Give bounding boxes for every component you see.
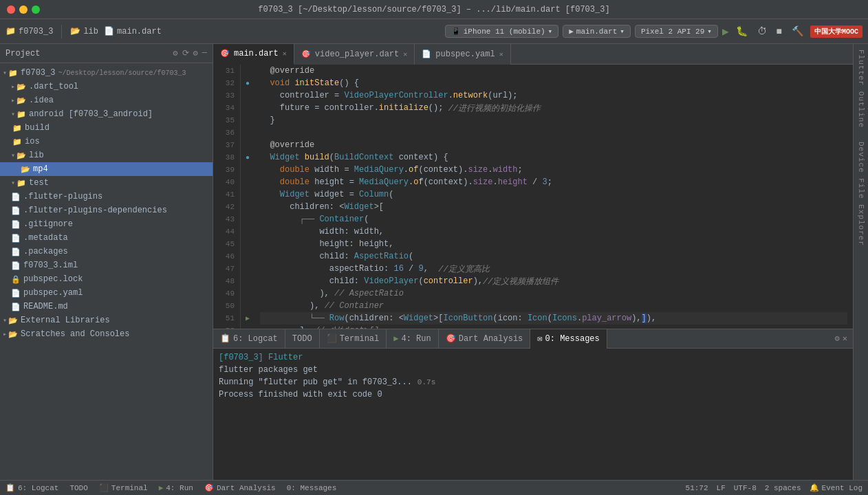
sidebar-item-idea[interactable]: ▸ 📂 .idea — [0, 94, 213, 107]
tab-close-button-2[interactable]: ✕ — [403, 50, 407, 58]
sidebar-item-iml[interactable]: 📄 f0703_3.iml — [0, 258, 213, 272]
tab-messages[interactable]: ✉ 0: Messages — [530, 329, 607, 349]
sidebar-item-gitignore[interactable]: 📄 .gitignore — [0, 217, 213, 231]
status-messages[interactable]: 0: Messages — [287, 484, 337, 492]
sidebar-item-ios[interactable]: 📁 ios — [0, 135, 213, 148]
tab-close-button[interactable]: ✕ — [283, 50, 287, 58]
messages-content: [f0703_3] Flutter flutter packages get R… — [213, 349, 853, 480]
tab-dart-analysis[interactable]: 🎯 Dart Analysis — [439, 329, 531, 349]
folder-icon: 📁 — [12, 138, 22, 146]
main-content: Project ⚙ ⟳ ⚙ ─ ▾ 📁 f0703_3 ~/Desktop/le… — [0, 44, 868, 480]
tab-dart-analysis-label: Dart Analysis — [459, 334, 523, 344]
flutter-outline-panel: Flutter Outline Device File Explorer — [853, 44, 868, 480]
tab-main-dart[interactable]: 🎯 main.dart ✕ — [213, 44, 294, 65]
chevron-down-icon: ▾ — [548, 27, 553, 36]
sidebar-item-external-libraries[interactable]: ▾ 📂 External Libraries — [0, 314, 213, 327]
status-event-log[interactable]: 🔔 Event Log — [810, 483, 862, 492]
close-button[interactable] — [7, 6, 15, 14]
tab-run[interactable]: ▶ 4: Run — [387, 329, 438, 349]
status-todo[interactable]: TODO — [69, 484, 87, 492]
profile-button[interactable]: ⏱ — [755, 25, 770, 38]
stop-button[interactable]: ■ — [774, 25, 785, 38]
code-content[interactable]: @override void initState() { controller … — [254, 65, 853, 329]
device-file-explorer-label[interactable]: Device File Explorer — [857, 142, 865, 246]
sidebar-item-mp4[interactable]: 📂 mp4 — [0, 162, 213, 176]
pixel-selector[interactable]: Pixel 2 API 29 ▾ — [635, 25, 718, 38]
device-selector[interactable]: 📱 iPhone 11 (mobile) ▾ — [445, 25, 558, 38]
bottom-panel: 📋 6: Logcat TODO ⬛ Terminal ▶ 4: Run 🎯 D… — [213, 329, 853, 480]
tab-logcat[interactable]: 📋 6: Logcat — [213, 329, 285, 349]
status-lf[interactable]: LF — [717, 483, 726, 492]
toolbar-project[interactable]: 📁 f0703_3 — [6, 26, 53, 36]
sidebar-item-readme[interactable]: 📄 README.md — [0, 300, 213, 314]
build-button[interactable]: 🔨 — [789, 24, 806, 38]
sidebar-item-pubspec-yaml[interactable]: 📄 pubspec.yaml — [0, 286, 213, 300]
sidebar-tree: ▾ 📁 f0703_3 ~/Desktop/lesson/source/f070… — [0, 63, 213, 480]
run-button[interactable]: ▶ — [722, 25, 729, 38]
sidebar-actions: ⚙ ⟳ ⚙ ─ — [173, 48, 207, 58]
sidebar-item-packages[interactable]: 📄 .packages — [0, 245, 213, 258]
status-logcat[interactable]: 📋 6: Logcat — [6, 483, 58, 492]
collapse-icon[interactable]: ─ — [202, 48, 207, 58]
sidebar-item-flutter-plugins-dep[interactable]: 📄 .flutter-plugins-dependencies — [0, 204, 213, 217]
sidebar-item-pubspec-lock[interactable]: 🔒 pubspec.lock — [0, 272, 213, 286]
sidebar-item-flutter-plugins[interactable]: 📄 .flutter-plugins — [0, 190, 213, 204]
code-line-48: child: VideoPlayer(controller),//定义视频播放组… — [260, 275, 847, 287]
status-line-col[interactable]: 51:72 — [686, 483, 708, 492]
chevron-down-icon-3: ▾ — [707, 27, 712, 36]
flutter-outline-label[interactable]: Flutter Outline — [857, 50, 865, 128]
tree-item-label: f0703_3 — [21, 68, 55, 78]
code-line-44: width: width, — [260, 226, 847, 238]
status-todo-label: TODO — [69, 484, 87, 492]
tab-video-player-dart[interactable]: 🎯 video_player.dart ✕ — [294, 44, 415, 65]
status-right: 51:72 LF UTF-8 2 spaces 🔔 Event Log — [686, 483, 862, 492]
sidebar-item-lib[interactable]: ▾ 📂 lib — [0, 148, 213, 162]
code-line-43: ┌── Container( — [260, 213, 847, 226]
status-terminal[interactable]: ⬛ Terminal — [99, 483, 148, 492]
sidebar-item-android[interactable]: ▾ 📁 android [f0703_3_android] — [0, 107, 213, 121]
bottom-tabs: 📋 6: Logcat TODO ⬛ Terminal ▶ 4: Run 🎯 D… — [213, 329, 853, 349]
code-editor[interactable]: 31 32 33 34 35 36 37 38 39 40 41 42 43 4… — [213, 65, 853, 329]
line-col-label: 51:72 — [686, 484, 708, 492]
toolbar-right: 📱 iPhone 11 (mobile) ▾ ▶ main.dart ▾ Pix… — [445, 24, 862, 38]
maximize-button[interactable] — [32, 6, 40, 14]
toolbar-lib[interactable]: 📂 lib — [70, 26, 98, 36]
tree-item-label: README.md — [23, 302, 68, 311]
window-controls[interactable] — [7, 6, 40, 14]
folder-icon: 📂 — [17, 151, 26, 160]
settings-icon[interactable]: ⚙ — [173, 48, 177, 58]
title-bar: f0703_3 [~/Desktop/lesson/source/f0703_3… — [0, 0, 868, 19]
tab-close-button-3[interactable]: ✕ — [499, 50, 503, 58]
status-spaces[interactable]: 2 spaces — [765, 483, 801, 492]
status-run[interactable]: ▶ 4: Run — [159, 483, 193, 492]
status-dart-analysis[interactable]: 🎯 Dart Analysis — [204, 483, 276, 492]
tab-bar: 🎯 main.dart ✕ 🎯 video_player.dart ✕ 📄 pu… — [213, 44, 853, 65]
sidebar-item-f0703_3[interactable]: ▾ 📁 f0703_3 ~/Desktop/lesson/source/f070… — [0, 66, 213, 80]
logcat-icon: 📋 — [220, 333, 230, 344]
gear-icon[interactable]: ⚙ — [193, 48, 198, 58]
console-text-3: Process finished with exit code 0 — [219, 390, 382, 399]
tree-item-label: Scratches and Consoles — [21, 329, 129, 339]
code-line-37: @override — [260, 139, 847, 151]
sidebar-item-build[interactable]: 📁 build — [0, 121, 213, 135]
pixel-label: Pixel 2 API 29 — [641, 28, 704, 36]
code-line-52: ], // <Widget>[] — [260, 324, 847, 329]
minimize-button[interactable] — [19, 6, 28, 14]
tab-todo[interactable]: TODO — [285, 329, 320, 349]
run-selector[interactable]: ▶ main.dart ▾ — [563, 25, 631, 38]
sidebar-item-scratches[interactable]: ▸ 📂 Scratches and Consoles — [0, 327, 213, 341]
sidebar-item-metadata[interactable]: 📄 .metadata — [0, 231, 213, 245]
status-terminal-label: Terminal — [111, 484, 148, 492]
tab-pubspec-yaml[interactable]: 📄 pubspec.yaml ✕ — [415, 44, 510, 65]
sidebar-item-dart_tool[interactable]: ▸ 📂 .dart_tool — [0, 80, 213, 94]
sidebar-item-test[interactable]: ▾ 📁 test — [0, 176, 213, 190]
status-encoding[interactable]: UTF-8 — [734, 483, 757, 492]
sync-icon[interactable]: ⟳ — [182, 48, 189, 58]
file-icon: 📄 — [11, 220, 21, 229]
lf-label: LF — [717, 484, 726, 492]
close-panel-icon[interactable]: ✕ — [843, 333, 847, 344]
tab-terminal[interactable]: ⬛ Terminal — [320, 329, 387, 349]
debug-button[interactable]: 🐛 — [733, 24, 750, 38]
settings-icon-bottom[interactable]: ⚙ — [835, 333, 840, 344]
toolbar-file[interactable]: 📄 main.dart — [104, 26, 162, 36]
